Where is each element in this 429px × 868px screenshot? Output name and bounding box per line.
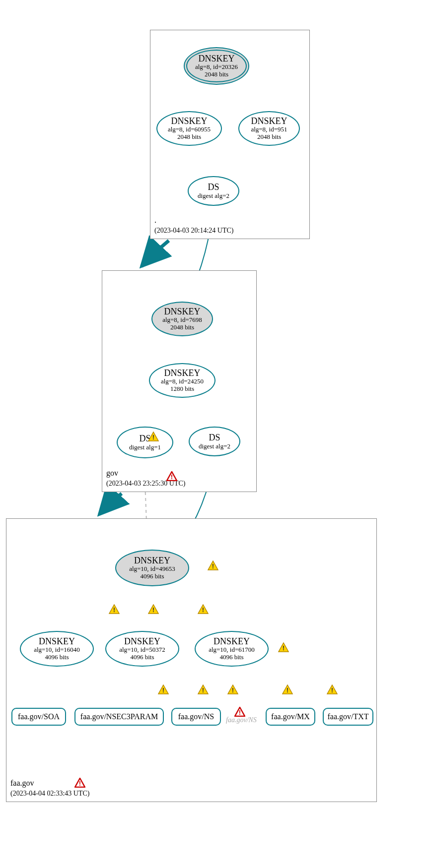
node-sub1: alg=8, id=24250 (161, 378, 204, 385)
node-header: DS (208, 182, 219, 192)
node-sub2: 4096 bits (130, 654, 154, 661)
node-root-zsk-60955[interactable]: DNSKEY alg=8, id=60955 2048 bits (156, 111, 222, 146)
node-header: DNSKEY (171, 116, 207, 126)
zone-root-ts: (2023-04-03 20:14:24 UTC) (154, 227, 233, 235)
rrset-ns[interactable]: faa.gov/NS (171, 708, 221, 726)
node-faa-key-61700[interactable]: DNSKEY alg=10, id=61700 4096 bits (195, 631, 269, 667)
node-root-ksk[interactable]: DNSKEY alg=8, id=20326 2048 bits (184, 47, 249, 85)
node-gov-ds2[interactable]: DS digest alg=2 (189, 427, 240, 456)
node-header: DNSKEY (124, 636, 160, 647)
node-header: DS (209, 433, 220, 443)
node-root-zsk-951[interactable]: DNSKEY alg=8, id=951 2048 bits (238, 111, 300, 146)
rrset-soa[interactable]: faa.gov/SOA (11, 708, 66, 726)
node-sub1: alg=10, id=16040 (34, 646, 80, 654)
zone-faa-label: faa.gov (10, 779, 34, 788)
node-sub2: 2048 bits (170, 324, 194, 331)
svg-text:!: ! (286, 686, 288, 694)
node-gov-ds1[interactable]: DS digest alg=1 (117, 427, 173, 458)
svg-text:!: ! (202, 686, 204, 694)
zone-faa-ts: (2023-04-04 02:33:43 UTC) (10, 790, 89, 798)
rrset-ns-insecure: faa.gov/NS (226, 716, 257, 724)
warning-icon: ! (158, 684, 169, 694)
node-sub2: 1280 bits (170, 385, 194, 393)
node-faa-ksk[interactable]: DNSKEY alg=10, id=49653 4096 bits (115, 550, 189, 586)
node-sub1: alg=10, id=50372 (119, 646, 165, 654)
svg-text:!: ! (171, 473, 173, 481)
node-sub2: 2048 bits (257, 133, 281, 141)
zone-root-label: . (154, 216, 156, 225)
node-sub2: 4096 bits (45, 654, 69, 661)
node-header: DNSKEY (214, 636, 250, 647)
error-icon: ! (74, 778, 85, 788)
svg-text:!: ! (152, 606, 154, 614)
warning-icon: ! (109, 604, 120, 614)
rrset-txt[interactable]: faa.gov/TXT (323, 708, 373, 726)
node-sub1: alg=8, id=20326 (195, 63, 238, 71)
node-faa-key-16040[interactable]: DNSKEY alg=10, id=16040 4096 bits (20, 631, 94, 667)
warning-icon: ! (327, 684, 338, 694)
warning-icon: ! (198, 684, 209, 694)
svg-text:!: ! (232, 686, 234, 694)
svg-text:!: ! (239, 709, 241, 716)
node-sub1: digest alg=1 (129, 444, 161, 451)
node-sub2: 2048 bits (177, 133, 201, 141)
warning-icon: ! (278, 642, 289, 652)
warning-icon: ! (227, 684, 238, 694)
node-header: DNSKEY (39, 636, 75, 647)
node-sub1: alg=8, id=60955 (168, 126, 211, 133)
node-faa-key-50372[interactable]: DNSKEY alg=10, id=50372 4096 bits (105, 631, 179, 667)
node-sub1: digest alg=2 (199, 443, 230, 450)
node-sub1: alg=10, id=49653 (129, 565, 175, 573)
node-sub2: 4096 bits (219, 654, 243, 661)
warning-icon: ! (148, 432, 159, 441)
warning-icon: ! (208, 560, 218, 570)
rrset-mx[interactable]: faa.gov/MX (266, 708, 315, 726)
rrset-nsec3param[interactable]: faa.gov/NSEC3PARAM (74, 708, 164, 726)
node-header: DNSKEY (134, 556, 170, 566)
node-header: DNSKEY (164, 307, 200, 317)
node-sub1: alg=8, id=7698 (162, 316, 202, 324)
svg-text:!: ! (202, 606, 204, 614)
warning-icon: ! (198, 604, 209, 614)
error-icon: ! (166, 471, 177, 481)
svg-text:!: ! (331, 686, 333, 694)
svg-text:!: ! (152, 434, 154, 441)
zone-gov-label: gov (106, 469, 118, 478)
warning-icon: ! (148, 604, 159, 614)
error-icon: ! (234, 707, 245, 717)
svg-text:!: ! (162, 686, 164, 694)
svg-text:!: ! (79, 780, 81, 787)
node-header: DNSKEY (251, 116, 287, 126)
node-sub1: digest alg=2 (198, 192, 229, 200)
node-header: DNSKEY (164, 368, 200, 378)
node-sub1: alg=10, id=61700 (209, 646, 255, 654)
node-root-ds[interactable]: DS digest alg=2 (188, 176, 239, 206)
node-gov-ksk[interactable]: DNSKEY alg=8, id=7698 2048 bits (151, 302, 213, 336)
svg-text:!: ! (283, 644, 285, 652)
node-sub1: alg=8, id=951 (251, 126, 287, 133)
node-header: DNSKEY (198, 54, 234, 64)
svg-text:!: ! (212, 562, 214, 570)
node-gov-zsk[interactable]: DNSKEY alg=8, id=24250 1280 bits (149, 363, 215, 398)
warning-icon: ! (282, 684, 293, 694)
svg-text:!: ! (113, 606, 115, 614)
node-sub2: 4096 bits (140, 573, 164, 580)
node-sub2: 2048 bits (205, 71, 228, 78)
